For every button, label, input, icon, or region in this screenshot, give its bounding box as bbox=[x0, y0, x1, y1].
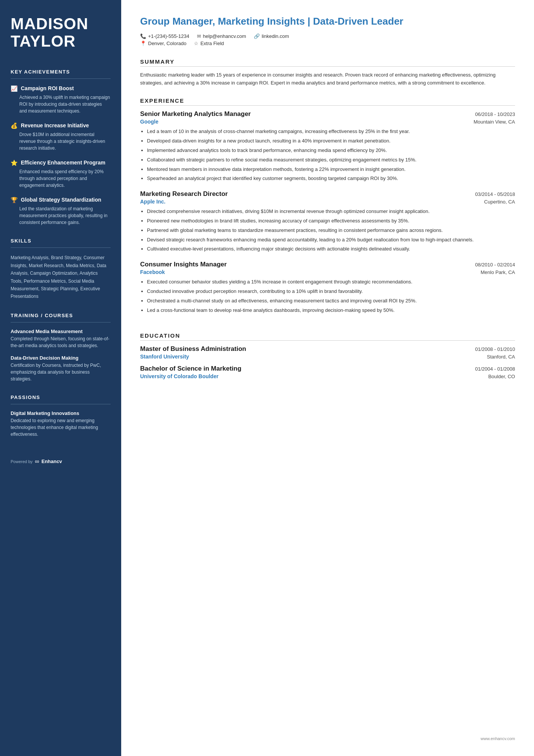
footer-url: www.enhancv.com bbox=[481, 736, 515, 741]
achievements-divider bbox=[11, 78, 111, 79]
achievement-desc-1: Drove $10M in additional incremental rev… bbox=[11, 131, 111, 152]
experience-section-title: EXPERIENCE bbox=[140, 97, 515, 104]
exp-company-0: Google bbox=[140, 119, 158, 125]
bullet-item: Partnered with global marketing teams to… bbox=[147, 227, 515, 235]
edu-dates-1: 01/2004 - 01/2008 bbox=[475, 366, 515, 372]
achievement-title-2: Efficiency Enhancement Program bbox=[21, 159, 105, 166]
contact-email: ✉ help@enhancv.com bbox=[197, 33, 246, 39]
main-content: Group Manager, Marketing Insights | Data… bbox=[121, 0, 534, 756]
passions-divider bbox=[11, 404, 111, 404]
achievement-title-0: Campaign ROI Boost bbox=[21, 85, 74, 92]
experience-entry: Consumer Insights Manager 08/2010 - 02/2… bbox=[140, 261, 515, 314]
achievement-title-3: Global Strategy Standardization bbox=[21, 196, 101, 203]
powered-by-label: Powered by bbox=[11, 459, 33, 464]
main-job-title: Group Manager, Marketing Insights | Data… bbox=[140, 15, 515, 28]
bullet-item: Led a team of 10 in the analysis of cros… bbox=[147, 128, 515, 136]
candidate-name: MADISON TAYLOR bbox=[11, 15, 111, 50]
passion-title-0: Digital Marketing Innovations bbox=[11, 410, 111, 416]
exp-location-0: Mountain View, CA bbox=[473, 119, 515, 125]
achievement-icon-2: ⭐ bbox=[11, 160, 18, 166]
achievement-desc-0: Achieved a 30% uplift in marketing campa… bbox=[11, 94, 111, 114]
location-text: Denver, Colorado bbox=[148, 41, 186, 46]
linkedin-text: linkedin.com bbox=[262, 33, 289, 39]
achievement-item: 📈 Campaign ROI Boost Achieved a 30% upli… bbox=[11, 85, 111, 114]
achievement-item: 🏆 Global Strategy Standardization Led th… bbox=[11, 196, 111, 226]
achievements-list: 📈 Campaign ROI Boost Achieved a 30% upli… bbox=[11, 85, 111, 226]
education-list: Master of Business Administration 01/200… bbox=[140, 345, 515, 385]
achievement-desc-3: Led the standardization of marketing mea… bbox=[11, 205, 111, 226]
bullet-item: Devised strategic research frameworks en… bbox=[147, 236, 515, 244]
education-section-title: EDUCATION bbox=[140, 332, 515, 339]
summary-divider bbox=[140, 66, 515, 67]
contact-row: 📞 +1-(234)-555-1234 ✉ help@enhancv.com 🔗… bbox=[140, 33, 515, 39]
experience-divider bbox=[140, 105, 515, 106]
exp-bullets-1: Directed comprehensive research initiati… bbox=[140, 208, 515, 253]
exp-company-1: Apple Inc. bbox=[140, 199, 166, 205]
exp-location-1: Cupertino, CA bbox=[484, 199, 515, 205]
passions-section-title: PASSIONS bbox=[11, 394, 111, 400]
linkedin-icon: 🔗 bbox=[254, 33, 260, 39]
course-title-1: Data-Driven Decision Making bbox=[11, 355, 111, 361]
course-item: Data-Driven Decision Making Certificatio… bbox=[11, 355, 111, 382]
email-text: help@enhancv.com bbox=[203, 33, 246, 39]
edu-location-1: Boulder, CO bbox=[488, 374, 515, 379]
exp-job-title-1: Marketing Research Director bbox=[140, 190, 228, 198]
achievements-section-title: KEY ACHIEVEMENTS bbox=[11, 69, 111, 75]
achievement-item: 💰 Revenue Increase Initiative Drove $10M… bbox=[11, 122, 111, 152]
exp-dates-1: 03/2014 - 05/2018 bbox=[475, 191, 515, 197]
achievement-desc-2: Enhanced media spend efficiency by 20% t… bbox=[11, 168, 111, 189]
training-section-title: TRAINING / COURSES bbox=[11, 313, 111, 318]
bullet-item: Collaborated with strategic partners to … bbox=[147, 156, 515, 164]
courses-list: Advanced Media Measurement Completed thr… bbox=[11, 329, 111, 382]
contact-linkedin: 🔗 linkedin.com bbox=[254, 33, 289, 39]
passions-list: Digital Marketing Innovations Dedicated … bbox=[11, 410, 111, 438]
main-footer: www.enhancv.com bbox=[140, 725, 515, 741]
exp-bullets-0: Led a team of 10 in the analysis of cros… bbox=[140, 128, 515, 183]
exp-location-2: Menlo Park, CA bbox=[481, 269, 515, 275]
bullet-item: Cultivated executive-level presentations… bbox=[147, 245, 515, 253]
edu-school-0: Stanford University bbox=[140, 354, 189, 360]
experience-entry: Marketing Research Director 03/2014 - 05… bbox=[140, 190, 515, 253]
passion-desc-0: Dedicated to exploring new and emerging … bbox=[11, 417, 111, 438]
edu-degree-1: Bachelor of Science in Marketing bbox=[140, 365, 241, 373]
contact-extra: ☆ Extra Field bbox=[194, 41, 224, 46]
location-icon: 📍 bbox=[140, 41, 146, 46]
exp-dates-0: 06/2018 - 10/2023 bbox=[475, 111, 515, 117]
extra-text: Extra Field bbox=[200, 41, 224, 46]
skills-section-title: SKILLS bbox=[11, 238, 111, 244]
summary-section-title: SUMMARY bbox=[140, 58, 515, 65]
edu-location-0: Stanford, CA bbox=[487, 354, 515, 360]
course-desc-0: Completed through Nielsen, focusing on s… bbox=[11, 335, 111, 349]
contact-phone: 📞 +1-(234)-555-1234 bbox=[140, 33, 189, 39]
bullet-item: Executed consumer behavior studies yield… bbox=[147, 278, 515, 286]
exp-company-2: Facebook bbox=[140, 269, 165, 275]
course-title-0: Advanced Media Measurement bbox=[11, 329, 111, 334]
bullet-item: Led a cross-functional team to develop r… bbox=[147, 307, 515, 315]
passion-item: Digital Marketing Innovations Dedicated … bbox=[11, 410, 111, 438]
sidebar-footer: Powered by ∞ Enhancv bbox=[11, 443, 111, 465]
achievement-item: ⭐ Efficiency Enhancement Program Enhance… bbox=[11, 159, 111, 189]
contact-row-2: 📍 Denver, Colorado ☆ Extra Field bbox=[140, 41, 515, 46]
enhancv-brand: Enhancv bbox=[42, 459, 62, 464]
achievement-icon-1: 💰 bbox=[11, 122, 18, 129]
contact-location: 📍 Denver, Colorado bbox=[140, 41, 186, 46]
achievement-icon-3: 🏆 bbox=[11, 197, 18, 203]
extra-icon: ☆ bbox=[194, 41, 198, 46]
course-desc-1: Certification by Coursera, instructed by… bbox=[11, 362, 111, 382]
phone-text: +1-(234)-555-1234 bbox=[148, 33, 189, 39]
achievement-icon-0: 📈 bbox=[11, 85, 18, 92]
sidebar: MADISON TAYLOR KEY ACHIEVEMENTS 📈 Campai… bbox=[0, 0, 121, 756]
bullet-item: Orchestrated a multi-channel study on ad… bbox=[147, 297, 515, 305]
achievement-title-1: Revenue Increase Initiative bbox=[21, 122, 89, 129]
exp-job-title-2: Consumer Insights Manager bbox=[140, 261, 227, 268]
education-divider bbox=[140, 340, 515, 341]
skills-divider bbox=[11, 247, 111, 248]
education-entry: Bachelor of Science in Marketing 01/2004… bbox=[140, 365, 515, 379]
skills-text: Marketing Analysis, Brand Strategy, Cons… bbox=[11, 254, 111, 300]
bullet-item: Conducted innovative product perception … bbox=[147, 288, 515, 296]
phone-icon: 📞 bbox=[140, 33, 146, 39]
bullet-item: Directed comprehensive research initiati… bbox=[147, 208, 515, 216]
edu-school-1: University of Colorado Boulder bbox=[140, 373, 219, 379]
edu-degree-0: Master of Business Administration bbox=[140, 345, 246, 353]
exp-job-title-0: Senior Marketing Analytics Manager bbox=[140, 110, 251, 118]
